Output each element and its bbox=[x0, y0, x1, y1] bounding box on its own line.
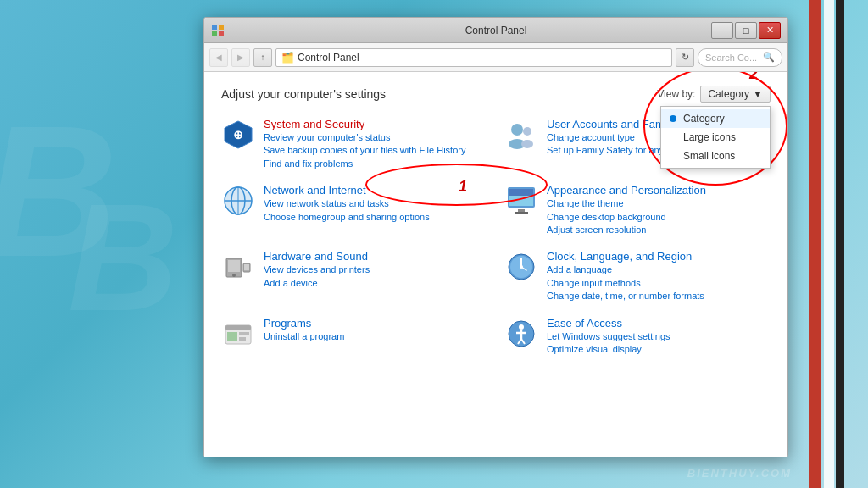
svg-point-8 bbox=[523, 127, 531, 136]
radio-empty-icon bbox=[670, 134, 676, 141]
search-placeholder: Search Co... bbox=[705, 53, 757, 63]
main-content: Adjust your computer's settings View by:… bbox=[204, 72, 787, 457]
system-security-text: System and Security Review your computer… bbox=[264, 118, 487, 170]
watermark: BIENTHUY.COM bbox=[687, 467, 792, 480]
dropdown-arrow-icon: ▼ bbox=[753, 88, 763, 100]
system-security-icon: ⊕ bbox=[221, 118, 255, 152]
network-text: Network and Internet View network status… bbox=[264, 184, 487, 224]
ease-link-1[interactable]: Let Windows suggest settings bbox=[547, 330, 771, 343]
category-item-clock: Clock, Language, and Region Add a langua… bbox=[504, 247, 771, 306]
programs-title[interactable]: Programs bbox=[264, 317, 487, 330]
dropdown-option-large-icons[interactable]: Large icons bbox=[661, 128, 770, 147]
address-bar: ◀ ▶ ↑ 🗂️ Control Panel ↻ Search Co... 🔍 bbox=[204, 43, 787, 72]
minimize-button[interactable]: − bbox=[711, 22, 733, 39]
dropdown-option-small-icons[interactable]: Small icons bbox=[661, 147, 770, 165]
hardware-links: View devices and printers Add a device bbox=[264, 263, 487, 290]
network-link-1[interactable]: View network status and tasks bbox=[264, 197, 487, 210]
clock-links: Add a language Change input methods Chan… bbox=[547, 263, 771, 302]
svg-point-6 bbox=[511, 124, 523, 136]
appearance-title[interactable]: Appearance and Personalization bbox=[547, 184, 771, 197]
window-title: Control Panel bbox=[465, 25, 527, 36]
view-by-container: View by: Category ▼ Category Large icons bbox=[657, 86, 771, 103]
appearance-icon bbox=[504, 184, 538, 218]
title-bar: Control Panel − □ ✕ bbox=[204, 18, 787, 43]
svg-point-30 bbox=[520, 265, 523, 269]
clock-title[interactable]: Clock, Language, and Region bbox=[547, 250, 771, 263]
dropdown-option-label: Large icons bbox=[683, 131, 736, 143]
refresh-button[interactable]: ↻ bbox=[676, 48, 694, 67]
view-by-dropdown[interactable]: Category ▼ bbox=[700, 86, 771, 103]
category-item-system-security: ⊕ System and Security Review your comput… bbox=[221, 114, 487, 174]
system-security-link-2[interactable]: Save backup copies of your files with Fi… bbox=[264, 144, 487, 157]
svg-point-9 bbox=[521, 140, 533, 148]
path-icon: 🗂️ bbox=[281, 52, 294, 64]
search-box[interactable]: Search Co... 🔍 bbox=[698, 48, 782, 67]
appearance-link-2[interactable]: Change desktop background bbox=[547, 211, 771, 224]
control-panel-window: Control Panel − □ ✕ ◀ ▶ ↑ 🗂️ Control Pan… bbox=[203, 17, 788, 458]
svg-rect-22 bbox=[228, 260, 240, 272]
svg-rect-3 bbox=[219, 31, 224, 36]
appearance-text: Appearance and Personalization Change th… bbox=[547, 184, 771, 236]
svg-rect-20 bbox=[515, 212, 528, 214]
dropdown-option-label: Category bbox=[683, 113, 725, 125]
forward-button[interactable]: ▶ bbox=[231, 48, 250, 67]
search-icon: 🔍 bbox=[763, 52, 775, 63]
address-path[interactable]: 🗂️ Control Panel bbox=[275, 48, 672, 67]
appearance-links: Change the theme Change desktop backgrou… bbox=[547, 197, 771, 236]
ease-icon bbox=[504, 317, 538, 351]
network-icon bbox=[221, 184, 255, 218]
window-icon bbox=[211, 24, 225, 37]
category-item-network: Network and Internet View network status… bbox=[221, 180, 487, 240]
svg-rect-1 bbox=[219, 25, 224, 30]
dropdown-option-label: Small icons bbox=[683, 150, 735, 162]
svg-rect-25 bbox=[244, 264, 249, 270]
hardware-icon bbox=[221, 250, 255, 284]
dropdown-popup: Category Large icons Small icons bbox=[660, 106, 771, 169]
category-item-programs: Programs Uninstall a program bbox=[221, 313, 487, 360]
appearance-link-1[interactable]: Change the theme bbox=[547, 197, 771, 210]
hardware-text: Hardware and Sound View devices and prin… bbox=[264, 250, 487, 290]
radio-selected-icon bbox=[670, 115, 676, 122]
dropdown-option-category[interactable]: Category bbox=[661, 109, 770, 128]
svg-rect-32 bbox=[225, 325, 251, 330]
svg-point-37 bbox=[519, 324, 524, 330]
ease-text: Ease of Access Let Windows suggest setti… bbox=[547, 317, 771, 357]
system-security-link-3[interactable]: Find and fix problems bbox=[264, 158, 487, 170]
header-row: Adjust your computer's settings View by:… bbox=[221, 86, 771, 103]
path-text: Control Panel bbox=[298, 52, 359, 64]
ease-link-2[interactable]: Optimize visual display bbox=[547, 343, 771, 356]
category-item-hardware: Hardware and Sound View devices and prin… bbox=[221, 247, 487, 306]
back-button[interactable]: ◀ bbox=[209, 48, 228, 67]
ease-title[interactable]: Ease of Access bbox=[547, 317, 771, 330]
svg-rect-2 bbox=[212, 31, 217, 36]
svg-point-23 bbox=[232, 274, 236, 277]
network-link-2[interactable]: Choose homegroup and sharing options bbox=[264, 211, 487, 224]
system-security-links: Review your computer's status Save backu… bbox=[264, 131, 487, 170]
clock-link-3[interactable]: Change date, time, or number formats bbox=[547, 290, 771, 302]
page-title: Adjust your computer's settings bbox=[221, 87, 386, 101]
window-controls: − □ ✕ bbox=[711, 22, 781, 39]
up-button[interactable]: ↑ bbox=[253, 48, 272, 67]
network-links: View network status and tasks Choose hom… bbox=[264, 197, 487, 224]
view-by-label: View by: bbox=[657, 88, 695, 100]
svg-text:⊕: ⊕ bbox=[233, 128, 243, 141]
clock-link-1[interactable]: Add a language bbox=[547, 263, 771, 276]
clock-link-2[interactable]: Change input methods bbox=[547, 277, 771, 290]
svg-rect-0 bbox=[212, 25, 217, 30]
clock-icon bbox=[504, 250, 538, 284]
hardware-link-1[interactable]: View devices and printers bbox=[264, 263, 487, 276]
category-item-appearance: Appearance and Personalization Change th… bbox=[504, 180, 771, 240]
programs-link-1[interactable]: Uninstall a program bbox=[264, 330, 487, 343]
appearance-link-3[interactable]: Adjust screen resolution bbox=[547, 224, 771, 236]
clock-text: Clock, Language, and Region Add a langua… bbox=[547, 250, 771, 302]
ease-links: Let Windows suggest settings Optimize vi… bbox=[547, 330, 771, 357]
network-title[interactable]: Network and Internet bbox=[264, 184, 487, 197]
programs-icon bbox=[221, 317, 255, 351]
hardware-title[interactable]: Hardware and Sound bbox=[264, 250, 487, 263]
svg-rect-35 bbox=[239, 337, 246, 341]
close-button[interactable]: ✕ bbox=[759, 22, 781, 39]
hardware-link-2[interactable]: Add a device bbox=[264, 277, 487, 290]
system-security-title[interactable]: System and Security bbox=[264, 118, 487, 130]
maximize-button[interactable]: □ bbox=[735, 22, 757, 39]
system-security-link-1[interactable]: Review your computer's status bbox=[264, 131, 487, 144]
